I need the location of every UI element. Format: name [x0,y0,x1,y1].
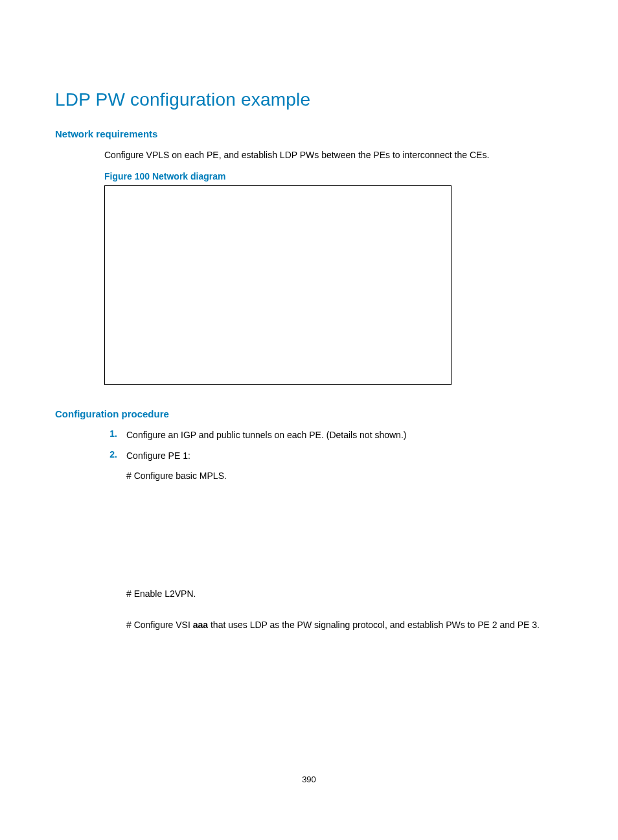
procedure-step-1: 1. Configure an IGP and public tunnels o… [104,428,563,443]
step-number: 1. [104,428,126,439]
procedure-step-2: 2. Configure PE 1: [104,449,563,463]
substep-text-post: that uses LDP as the PW signaling protoc… [208,620,540,630]
substep-text-pre: # Configure VSI [126,620,193,630]
vsi-name-bold: aaa [193,620,208,630]
step-number: 2. [104,449,126,460]
substep-configure-vsi: # Configure VSI aaa that uses LDP as the… [126,618,563,633]
network-diagram-placeholder [104,185,452,385]
substep-configure-mpls: # Configure basic MPLS. [126,469,563,484]
substep-enable-l2vpn: # Enable L2VPN. [126,587,563,601]
step-text: Configure an IGP and public tunnels on e… [126,428,563,443]
step-text: Configure PE 1: [126,449,563,463]
figure-caption: Figure 100 Network diagram [104,171,563,181]
page-title: LDP PW configuration example [55,89,563,110]
page-number: 390 [0,775,618,784]
section-network-requirements: Network requirements [55,128,563,139]
intro-paragraph: Configure VPLS on each PE, and establish… [104,148,563,162]
section-configuration-procedure: Configuration procedure [55,408,563,419]
